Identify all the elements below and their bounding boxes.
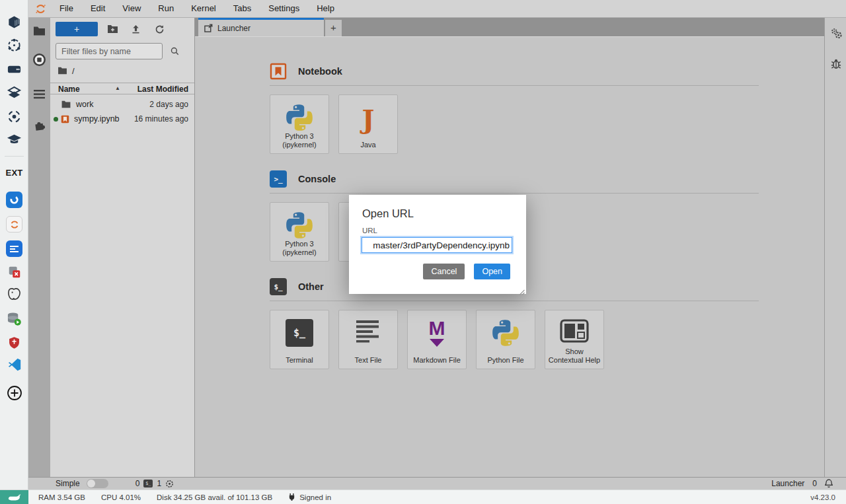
file-modified: 16 minutes ago xyxy=(134,114,188,124)
terminal-status-icon[interactable]: $_ xyxy=(143,480,153,487)
outer-app-dock: EXT xyxy=(0,0,28,489)
debugger-bug-icon[interactable] xyxy=(829,57,842,70)
card-markdown-file[interactable]: M Markdown File xyxy=(407,310,467,369)
breadcrumb[interactable]: / xyxy=(58,65,75,76)
column-name[interactable]: Name xyxy=(58,85,80,94)
card-label: Python File xyxy=(478,356,533,365)
property-inspector-gears-icon[interactable] xyxy=(829,26,842,39)
tab-launcher-label: Launcher xyxy=(217,24,250,33)
section-console: >_ Console xyxy=(270,170,824,188)
card-notebook-java[interactable]: J Java xyxy=(338,94,398,154)
menu-edit[interactable]: Edit xyxy=(82,0,114,17)
home-folder-icon xyxy=(58,67,67,75)
stack-box-icon[interactable] xyxy=(6,85,22,101)
running-kernels-tab-icon[interactable] xyxy=(32,52,47,67)
menu-kernel[interactable]: Kernel xyxy=(182,0,225,17)
column-last-modified[interactable]: Last Modified xyxy=(137,85,188,94)
menu-file[interactable]: File xyxy=(51,0,82,17)
file-browser-tab-icon[interactable] xyxy=(32,23,47,38)
extension-manager-tab-icon[interactable] xyxy=(32,117,47,132)
cancel-button[interactable]: Cancel xyxy=(423,264,465,279)
section-rule xyxy=(270,193,759,194)
dialog-resize-handle[interactable] xyxy=(518,286,525,293)
open-button[interactable]: Open xyxy=(474,264,510,279)
whale-brand-button[interactable] xyxy=(0,490,28,504)
simple-mode-label: Simple xyxy=(56,479,80,488)
terminals-count[interactable]: 0 xyxy=(135,479,140,488)
cpu-usage: CPU 4.01% xyxy=(101,493,141,501)
jupyterlab-status-bar: Simple 0 $_ 1 Launcher 0 xyxy=(28,477,846,489)
tab-bar: Launcher + xyxy=(195,18,824,36)
filter-files-input[interactable] xyxy=(56,47,171,56)
notebook-section-icon xyxy=(270,63,287,80)
menu-help[interactable]: Help xyxy=(308,0,343,17)
folder-icon xyxy=(61,100,71,108)
sort-ascending-icon[interactable]: ▲ xyxy=(115,85,120,91)
card-console-python3[interactable]: Python 3(ipykernel) xyxy=(270,202,329,262)
card-contextual-help[interactable]: ShowContextual Help xyxy=(545,310,604,369)
refresh-icon[interactable] xyxy=(152,22,167,36)
activity-bar xyxy=(28,18,50,477)
add-app-icon[interactable] xyxy=(6,384,22,401)
menu-tabs[interactable]: Tabs xyxy=(225,0,260,17)
menu-view[interactable]: View xyxy=(114,0,149,17)
kernels-count[interactable]: 1 xyxy=(157,479,161,488)
dock-divider xyxy=(5,156,24,157)
notifications-count[interactable]: 0 xyxy=(812,479,817,488)
host-status-bar: RAM 3.54 GB CPU 4.01% Disk 34.25 GB avai… xyxy=(0,489,846,504)
console-section-icon: >_ xyxy=(270,170,287,188)
card-notebook-python3[interactable]: Python 3(ipykernel) xyxy=(270,94,329,154)
graduation-cap-icon[interactable] xyxy=(6,131,22,148)
c-app-icon[interactable] xyxy=(6,192,22,208)
file-list-header: Name ▲ Last Modified xyxy=(50,83,194,94)
simple-mode-toggle[interactable] xyxy=(87,479,108,488)
section-rule xyxy=(270,85,759,86)
mesh-network-icon[interactable] xyxy=(6,37,22,54)
new-tab-button[interactable]: + xyxy=(325,20,342,36)
new-folder-icon[interactable] xyxy=(105,22,120,36)
list-app-icon[interactable] xyxy=(6,240,22,257)
menu-run[interactable]: Run xyxy=(149,0,182,17)
card-label: Python 3(ipykernel) xyxy=(272,132,327,149)
filter-files-box xyxy=(56,43,163,59)
spreadsheet-app-icon[interactable] xyxy=(6,264,22,280)
card-terminal[interactable]: $_ Terminal xyxy=(270,310,329,369)
section-notebook: Notebook xyxy=(270,63,824,80)
kernel-running-dot xyxy=(54,117,58,122)
vscode-icon[interactable] xyxy=(6,356,22,373)
card-label: Python 3(ipykernel) xyxy=(272,240,327,257)
right-sidebar-strip xyxy=(824,18,846,477)
file-name: work xyxy=(76,100,93,109)
file-modified: 2 days ago xyxy=(149,100,188,109)
upload-icon[interactable] xyxy=(128,22,143,36)
tab-launcher[interactable]: Launcher xyxy=(198,18,324,36)
desktop-root: EXT xyxy=(0,0,846,504)
card-label: ShowContextual Help xyxy=(547,347,602,365)
jupyter-app-icon[interactable] xyxy=(6,216,22,233)
dialog-title: Open URL xyxy=(362,207,414,220)
card-label: Terminal xyxy=(272,356,327,365)
file-row-work[interactable]: work 2 days ago xyxy=(50,97,194,112)
orbit-focus-icon[interactable] xyxy=(6,108,22,125)
notebook-file-icon xyxy=(61,115,69,124)
shield-app-icon[interactable] xyxy=(6,334,22,351)
table-of-contents-tab-icon[interactable] xyxy=(32,87,47,102)
server-icon[interactable] xyxy=(6,61,22,77)
file-row-sympy[interactable]: sympy.ipynb 16 minutes ago xyxy=(50,112,194,126)
bell-icon[interactable] xyxy=(825,479,833,488)
whale-icon xyxy=(7,493,22,502)
url-field-label: URL xyxy=(362,227,377,234)
card-python-file[interactable]: Python File xyxy=(476,310,535,369)
menu-settings[interactable]: Settings xyxy=(260,0,308,17)
card-text-file[interactable]: Text File xyxy=(338,310,398,369)
card-label: Text File xyxy=(340,356,396,365)
kernel-status-icon[interactable] xyxy=(165,480,174,488)
ram-usage: RAM 3.54 GB xyxy=(38,493,85,501)
package-icon[interactable] xyxy=(6,14,22,30)
postgresql-icon[interactable] xyxy=(6,286,22,303)
url-input[interactable] xyxy=(362,237,512,253)
database-run-icon[interactable] xyxy=(6,310,22,327)
other-section-icon: $_ xyxy=(270,278,287,295)
new-launcher-button[interactable]: + xyxy=(56,22,98,36)
open-url-dialog: Open URL URL Cancel Open xyxy=(349,195,526,294)
